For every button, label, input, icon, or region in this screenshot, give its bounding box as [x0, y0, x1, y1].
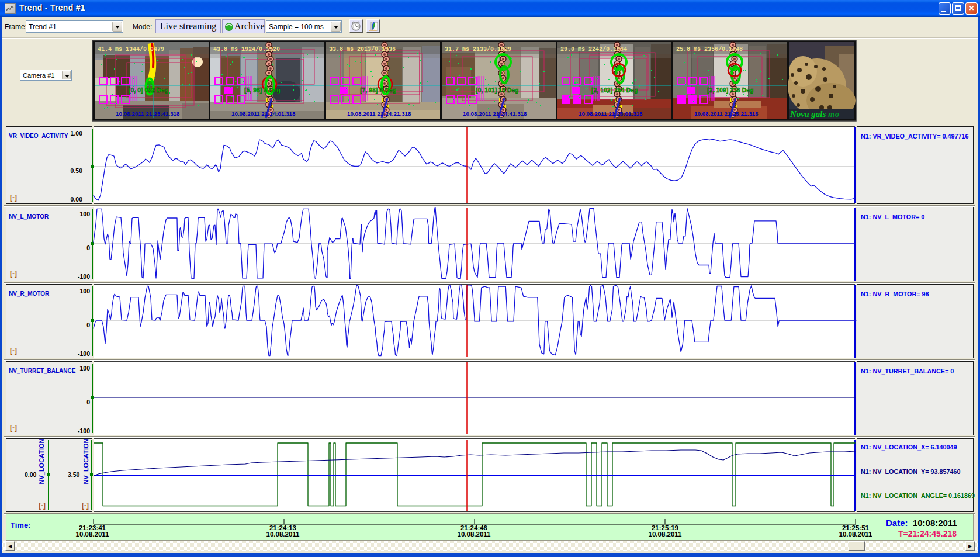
svg-text:10.08.2011 21:24:21.318: 10.08.2011 21:24:21.318: [347, 110, 411, 117]
svg-text:[7, 98] 6 Deg: [7, 98] 6 Deg: [360, 87, 396, 94]
svg-text:10.08.2011 21:25:01.318: 10.08.2011 21:25:01.318: [579, 110, 643, 117]
svg-text:Nova gals mo: Nova gals mo: [789, 109, 839, 119]
svg-text:29.0 ms 2242/0.1964: 29.0 ms 2242/0.1964: [560, 46, 627, 53]
svg-text:41.4 ms 1344/0.0479: 41.4 ms 1344/0.0479: [98, 46, 164, 53]
svg-text:10.08.2011 21:25:21.318: 10.08.2011 21:25:21.318: [694, 110, 759, 117]
svg-text:10.08.2011 21:24:01.318: 10.08.2011 21:24:01.318: [231, 110, 296, 117]
svg-text:31.7 ms 2133/0.1929: 31.7 ms 2133/0.1929: [445, 46, 511, 53]
svg-text:[5, 96] 5 Deg: [5, 96] 5 Deg: [244, 87, 281, 94]
svg-text:[2, 109] 236 Deg: [2, 109] 236 Deg: [707, 87, 753, 94]
svg-text:10.08.2011 21:23:41.318: 10.08.2011 21:23:41.318: [116, 110, 180, 117]
svg-text:[0, 0] 092 Deg: [0, 0] 092 Deg: [129, 87, 168, 94]
svg-text:10.08.2011 21:24:41.318: 10.08.2011 21:24:41.318: [463, 110, 527, 117]
svg-text:33.8 ms 2013/0.1936: 33.8 ms 2013/0.1936: [329, 46, 396, 53]
svg-text:[0, 101] 10 Deg: [0, 101] 10 Deg: [476, 87, 519, 94]
svg-text:[2, 102] 254 Deg: [2, 102] 254 Deg: [591, 87, 638, 94]
svg-text:25.8 ms 2356/0.1748: 25.8 ms 2356/0.1748: [676, 46, 743, 53]
svg-text:43.8 ms 1924/0.1920: 43.8 ms 1924/0.1920: [213, 46, 280, 53]
